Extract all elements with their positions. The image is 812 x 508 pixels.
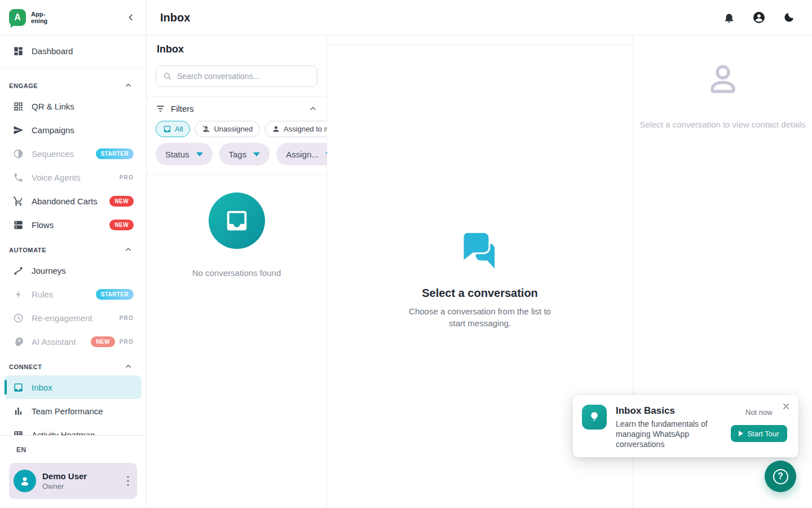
tour-card-title: Inbox Basics [616, 405, 675, 417]
caret-down-icon [253, 152, 260, 156]
dark-mode-moon-icon[interactable] [783, 11, 795, 24]
filters-collapse-chevron-up-icon[interactable] [308, 104, 317, 113]
close-icon[interactable] [780, 400, 792, 413]
filter-chip-unassigned[interactable]: Unassigned [195, 121, 260, 137]
qr-code-icon [12, 100, 24, 112]
sidebar-item-extras: STARTER [96, 148, 134, 159]
inbox-empty-icon [209, 192, 265, 249]
sidebar-item-rules[interactable]: RulesSTARTER [5, 282, 142, 306]
user-avatar [14, 470, 36, 492]
user-meta: Demo User Owner [42, 471, 117, 491]
sidebar-item-label: Voice Agents [32, 173, 81, 182]
play-icon [739, 431, 743, 436]
sidebar-item-dashboard[interactable]: Dashboard [5, 39, 142, 63]
account-icon[interactable] [752, 11, 766, 24]
sidebar-item-team-performance[interactable]: Team Performance [5, 399, 142, 423]
tour-dismiss-link[interactable]: Not now [745, 408, 773, 417]
quick-filter-chips: AllUnassignedAssigned to me [156, 121, 317, 137]
lightbulb-icon [582, 405, 607, 430]
start-tour-button[interactable]: Start Tour [731, 425, 787, 442]
inbox-icon [12, 382, 24, 393]
section-title: AUTOMATE [9, 247, 46, 253]
filters-label: Filters [171, 104, 194, 113]
heatmap-icon [12, 429, 24, 435]
sidebar-collapse-icon[interactable] [126, 12, 136, 23]
sidebar-item-label: Flows [32, 220, 54, 230]
pro-tag: PRO [120, 339, 134, 345]
section-title: CONNECT [9, 364, 42, 370]
chat-empty-title: Select a conversation [327, 287, 633, 300]
sidebar-item-ai-assistant[interactable]: AI AssistantNEWPRO [5, 330, 142, 353]
person-outline-icon [705, 62, 741, 98]
filter-dropdown-label: Status [165, 150, 189, 159]
page-title: Inbox [160, 11, 190, 24]
section-header-connect[interactable]: CONNECT [0, 353, 146, 375]
header-icons [723, 11, 795, 24]
sidebar-item-label: Team Performance [32, 406, 103, 416]
question-mark-icon: ? [773, 469, 788, 484]
sidebar-item-journeys[interactable]: Journeys [5, 259, 142, 282]
sidebar-item-label: AI Assistant [32, 337, 76, 347]
flows-icon [12, 219, 24, 230]
sidebar-item-abandoned-carts[interactable]: Abandoned CartsNEW [5, 189, 142, 213]
filter-dropdown-tags[interactable]: Tags [219, 143, 270, 165]
sidebar-item-extras: PRO [120, 315, 134, 321]
inbox-icon [163, 125, 171, 133]
sidebar-logo-row: A App- ening [0, 0, 146, 36]
sidebar-item-label: Re-engagement [32, 313, 92, 323]
tour-popup-card: Inbox Basics Learn the fundamentals of m… [573, 395, 798, 457]
person-off-icon [202, 125, 210, 133]
starter-badge: STARTER [96, 148, 134, 159]
sidebar-item-campaigns[interactable]: Campaigns [5, 118, 142, 142]
contact-empty-text: Select a conversation to view contact de… [639, 118, 806, 132]
chat-empty-state: Select a conversation Choose a conversat… [327, 230, 633, 330]
conversation-panel-title: Inbox [147, 36, 326, 61]
help-button[interactable]: ? [765, 461, 796, 492]
filter-dropdown-status[interactable]: Status [156, 143, 213, 165]
sidebar-item-extras: STARTER [96, 289, 134, 300]
sidebar-item-activity-heatmap[interactable]: Activity Heatmap [5, 423, 142, 435]
pro-tag: PRO [120, 315, 134, 321]
notifications-bell-icon[interactable] [723, 11, 735, 24]
chevron-up-icon [124, 81, 133, 90]
sidebar-item-label: Inbox [32, 383, 52, 392]
brand-name: App- ening [31, 11, 47, 24]
chat-bubbles-icon [458, 230, 501, 273]
sidebar-nav: DashboardENGAGEQR & LinksCampaignsSequen… [0, 36, 146, 435]
conversation-list-panel: Inbox Filters AllUnassignedAssigned to m… [147, 36, 327, 508]
filter-chip-all[interactable]: All [156, 121, 190, 137]
search-input[interactable] [177, 72, 310, 81]
new-badge: NEW [91, 336, 115, 347]
chat-empty-subtitle: Choose a conversation from the list to s… [401, 305, 559, 330]
sidebar: A App- ening DashboardENGAGEQR & LinksCa… [0, 0, 147, 508]
sidebar-item-sequences[interactable]: SequencesSTARTER [5, 142, 142, 165]
bolt-icon [12, 288, 24, 300]
cart-icon [12, 195, 24, 207]
sidebar-item-qr-links[interactable]: QR & Links [5, 94, 142, 118]
new-badge: NEW [109, 220, 134, 230]
sidebar-item-voice-agents[interactable]: Voice AgentsPRO [5, 165, 142, 189]
tour-card-body: Learn the fundamentals of managing Whats… [616, 419, 717, 450]
sidebar-item-flows[interactable]: FlowsNEW [5, 213, 142, 237]
sidebar-item-label: QR & Links [32, 102, 74, 111]
chevron-up-icon [124, 246, 133, 254]
sidebar-item-label: Sequences [32, 149, 74, 159]
brand-logo[interactable]: A App- ening [9, 9, 47, 26]
user-card[interactable]: Demo User Owner [9, 463, 137, 499]
sidebar-item-label: Rules [32, 290, 53, 299]
chat-toolbar [327, 36, 633, 45]
sidebar-item-inbox[interactable]: Inbox [5, 375, 142, 399]
sidebar-item-label: Campaigns [32, 125, 74, 135]
search-row [147, 61, 326, 97]
filter-chip-label: All [175, 125, 183, 133]
user-menu-dots-icon[interactable] [123, 476, 133, 486]
section-header-engage[interactable]: ENGAGE [0, 72, 146, 94]
section-header-automate[interactable]: AUTOMATE [0, 237, 146, 259]
sidebar-item-label: Activity Heatmap [32, 430, 95, 436]
sidebar-item-re-engagement[interactable]: Re-engagementPRO [5, 306, 142, 330]
language-selector[interactable]: EN [16, 446, 137, 454]
search-box[interactable] [156, 65, 317, 87]
filters-section: Filters AllUnassignedAssigned to me Stat… [147, 97, 326, 175]
filters-header[interactable]: Filters [156, 104, 317, 113]
ai-head-icon [12, 336, 24, 347]
